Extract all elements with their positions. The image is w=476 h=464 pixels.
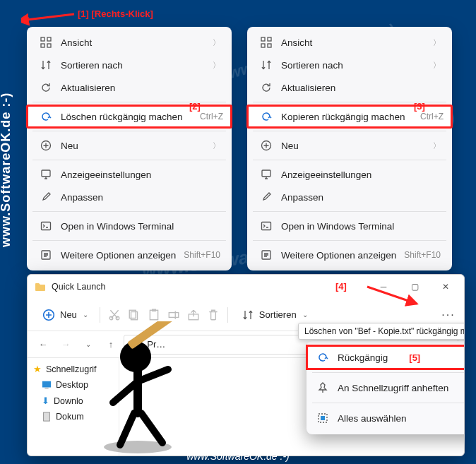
sidebar-downloads[interactable]: ⬇ Downlo bbox=[28, 393, 119, 409]
up-button[interactable]: ⌄ bbox=[78, 335, 98, 355]
menu-pin[interactable]: An Schnellzugriff anheften bbox=[307, 376, 465, 400]
copy-icon[interactable] bbox=[126, 307, 143, 323]
refresh-icon bbox=[40, 81, 52, 94]
svg-rect-12 bbox=[261, 44, 265, 47]
ctx-more-options[interactable]: Weitere Optionen anzeigen Shift+F10 bbox=[250, 244, 449, 266]
plus-circle-icon bbox=[40, 307, 57, 323]
ctx-new[interactable]: Neu 〉 bbox=[30, 134, 229, 157]
annotation-1: [1] [Rechts-Klick] bbox=[78, 8, 153, 19]
separator bbox=[32, 211, 226, 212]
more-menu-button[interactable]: ··· bbox=[440, 307, 457, 323]
context-menu-right: Ansicht 〉 Sortieren nach 〉 Aktualisieren… bbox=[247, 27, 452, 270]
close-button[interactable]: ✕ bbox=[430, 276, 461, 297]
maximize-button[interactable]: ▢ bbox=[399, 276, 430, 297]
folder-icon bbox=[35, 281, 46, 292]
svg-rect-15 bbox=[262, 170, 270, 177]
monitor-icon bbox=[40, 168, 52, 181]
brush-icon bbox=[40, 191, 52, 203]
separator bbox=[253, 240, 446, 241]
chevron-down-icon: ⌄ bbox=[83, 311, 88, 319]
ctx-terminal[interactable]: Open in Windows Terminal bbox=[250, 215, 449, 237]
ctx-sort[interactable]: Sortieren nach 〉 bbox=[30, 54, 229, 76]
ctx-view[interactable]: Ansicht 〉 bbox=[250, 31, 449, 54]
ctx-personalize[interactable]: Anpassen bbox=[250, 186, 449, 208]
more-options-icon bbox=[40, 249, 52, 261]
separator bbox=[312, 372, 465, 373]
sidebar-quickaccess[interactable]: ★ Schnellzugrif bbox=[28, 361, 119, 377]
grid-icon bbox=[260, 36, 273, 49]
ctx-terminal[interactable]: Open in Windows Terminal bbox=[30, 215, 229, 237]
undo-icon bbox=[260, 110, 273, 123]
more-options-icon bbox=[260, 249, 273, 261]
annotation-5: [5] bbox=[409, 352, 420, 363]
chevron-down-icon: ⌄ bbox=[302, 311, 308, 319]
svg-rect-29 bbox=[44, 412, 50, 421]
new-button[interactable]: Neu ⌄ bbox=[35, 302, 94, 328]
ctx-display-settings[interactable]: Anzeigeeinstellungen bbox=[30, 163, 229, 186]
svg-rect-7 bbox=[42, 170, 50, 177]
svg-rect-27 bbox=[42, 381, 51, 388]
plus-circle-icon bbox=[260, 139, 273, 152]
terminal-icon bbox=[40, 220, 52, 232]
ctx-display-settings[interactable]: Anzeigeeinstellungen bbox=[250, 163, 449, 186]
ctx-undo-delete[interactable]: Löschen rückgängig machen Ctrl+Z bbox=[27, 105, 232, 128]
svg-line-1 bbox=[27, 14, 74, 20]
sort-icon bbox=[239, 307, 256, 323]
chevron-right-icon: 〉 bbox=[433, 141, 441, 151]
sort-icon bbox=[40, 59, 52, 71]
titlebar: Quick Launch ─ ▢ ✕ bbox=[28, 275, 464, 299]
svg-rect-8 bbox=[42, 222, 51, 230]
chevron-right-icon: 〉 bbox=[213, 37, 220, 48]
context-menu-left: Ansicht 〉 Sortieren nach 〉 Aktualisieren… bbox=[27, 27, 232, 270]
separator bbox=[32, 160, 226, 160]
ctx-undo-copy[interactable]: Kopieren rückgängig machen Ctrl+Z bbox=[247, 105, 452, 128]
ctx-refresh[interactable]: Aktualisieren bbox=[250, 76, 449, 99]
ctx-new[interactable]: Neu 〉 bbox=[250, 134, 449, 157]
separator bbox=[227, 307, 228, 323]
plus-circle-icon bbox=[40, 139, 52, 152]
terminal-icon bbox=[260, 220, 273, 232]
sidebar-documents[interactable]: Dokum bbox=[28, 409, 119, 424]
download-icon: ⬇ bbox=[42, 395, 49, 406]
share-icon[interactable] bbox=[185, 307, 202, 323]
ctx-sort[interactable]: Sortieren nach 〉 bbox=[250, 54, 449, 76]
refresh-icon bbox=[260, 81, 273, 94]
chevron-right-icon: 〉 bbox=[433, 37, 441, 48]
brush-icon bbox=[260, 191, 273, 203]
paste-icon[interactable] bbox=[145, 307, 162, 323]
separator bbox=[32, 102, 226, 102]
separator bbox=[32, 240, 226, 241]
chevron-right-icon: 〉 bbox=[213, 141, 220, 151]
menu-select-all[interactable]: Alles auswählen bbox=[307, 406, 465, 430]
svg-rect-5 bbox=[47, 44, 51, 47]
arrow-annotation-1 bbox=[21, 6, 78, 27]
forward-button[interactable]: → bbox=[56, 335, 76, 355]
select-all-icon bbox=[316, 412, 329, 424]
ctx-personalize[interactable]: Anpassen bbox=[30, 186, 229, 208]
sort-icon bbox=[260, 59, 273, 71]
delete-icon[interactable] bbox=[205, 307, 222, 323]
ctx-more-options[interactable]: Weitere Optionen anzeigen Shift+F10 bbox=[30, 244, 229, 266]
rename-icon[interactable] bbox=[165, 307, 182, 323]
minimize-button[interactable]: ─ bbox=[368, 276, 399, 297]
document-icon bbox=[42, 412, 52, 422]
up-button[interactable]: ↑ bbox=[101, 335, 121, 355]
menu-undo[interactable]: Rückgängig [5] bbox=[307, 345, 465, 369]
sidebar-desktop[interactable]: Desktop bbox=[28, 377, 119, 393]
ctx-refresh[interactable]: Aktualisieren bbox=[30, 76, 229, 99]
cut-icon[interactable] bbox=[106, 307, 123, 323]
desktop-icon bbox=[42, 380, 52, 390]
separator bbox=[32, 131, 226, 131]
back-button[interactable]: ← bbox=[33, 335, 53, 355]
svg-rect-10 bbox=[261, 37, 265, 41]
pin-icon bbox=[316, 381, 329, 394]
separator bbox=[253, 131, 446, 131]
ctx-view[interactable]: Ansicht 〉 bbox=[30, 31, 229, 54]
folder-icon bbox=[129, 340, 138, 350]
svg-rect-11 bbox=[268, 37, 271, 41]
svg-rect-2 bbox=[41, 37, 44, 41]
separator bbox=[312, 403, 465, 403]
svg-rect-31 bbox=[321, 416, 325, 420]
window-title: Quick Launch bbox=[52, 282, 105, 292]
svg-rect-28 bbox=[44, 388, 48, 388]
